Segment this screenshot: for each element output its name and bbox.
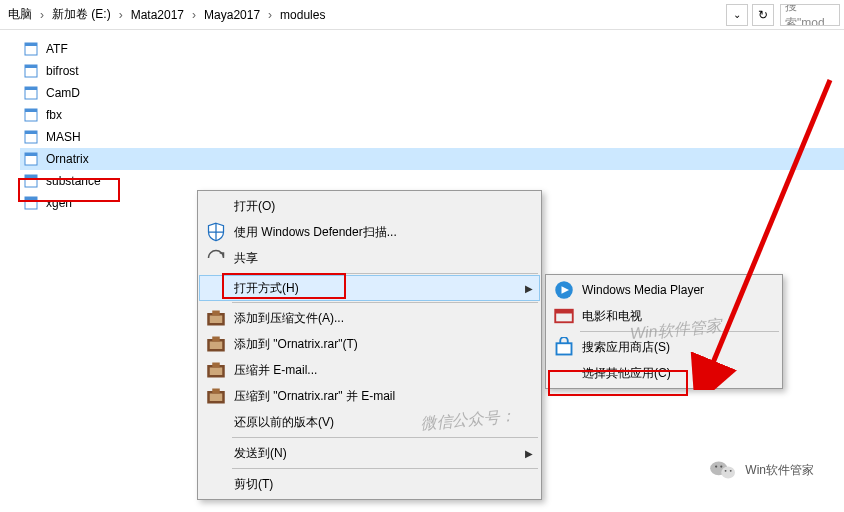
file-name: bifrost — [46, 64, 79, 78]
wechat-icon — [709, 458, 737, 482]
menu-label: Windows Media Player — [582, 283, 704, 297]
file-item[interactable]: MASH — [20, 126, 844, 148]
file-name: substance — [46, 174, 101, 188]
submenu-movies-tv[interactable]: 电影和电视 — [548, 303, 780, 329]
file-item[interactable]: fbx — [20, 104, 844, 126]
svg-rect-7 — [25, 109, 37, 112]
svg-rect-9 — [25, 131, 37, 134]
svg-point-40 — [730, 470, 732, 472]
wechat-badge: Win软件管家 — [709, 458, 814, 482]
share-icon — [206, 248, 226, 268]
svg-rect-31 — [555, 310, 573, 314]
context-menu: 打开(O) 使用 Windows Defender扫描... 共享 打开方式(H… — [197, 190, 542, 500]
submenu-wmp[interactable]: Windows Media Player — [548, 277, 780, 303]
menu-separator — [580, 331, 779, 332]
svg-rect-21 — [212, 337, 220, 342]
menu-label: 压缩并 E-mail... — [234, 362, 317, 379]
menu-label: 还原以前的版本(V) — [234, 414, 334, 431]
menu-defender-scan[interactable]: 使用 Windows Defender扫描... — [200, 219, 539, 245]
refresh-icon: ↻ — [758, 8, 768, 22]
svg-point-39 — [725, 470, 727, 472]
winrar-icon — [206, 308, 226, 328]
menu-restore-previous[interactable]: 还原以前的版本(V) — [200, 409, 539, 435]
dropdown-button[interactable]: ⌄ — [726, 4, 748, 26]
menu-label: 压缩到 "Ornatrix.rar" 并 E-mail — [234, 388, 395, 405]
svg-rect-24 — [212, 363, 220, 368]
menu-separator — [232, 468, 538, 469]
menu-label: 打开方式(H) — [234, 280, 299, 297]
svg-rect-26 — [210, 394, 223, 402]
chevron-right-icon: ▶ — [525, 283, 533, 294]
file-name: MASH — [46, 130, 81, 144]
file-name: fbx — [46, 108, 62, 122]
menu-share[interactable]: 共享 — [200, 245, 539, 271]
menu-compress-rar-email[interactable]: 压缩到 "Ornatrix.rar" 并 E-mail — [200, 383, 539, 409]
winrar-icon — [206, 386, 226, 406]
menu-label: 搜索应用商店(S) — [582, 339, 670, 356]
breadcrumb-item[interactable]: Mata2017 — [127, 6, 188, 24]
menu-label: 添加到压缩文件(A)... — [234, 310, 344, 327]
file-icon — [24, 41, 40, 57]
breadcrumb-item[interactable]: Maya2017 — [200, 6, 264, 24]
wmp-icon — [554, 280, 574, 300]
menu-add-to-rar[interactable]: 添加到 "Ornatrix.rar"(T) — [200, 331, 539, 357]
submenu-open-with: Windows Media Player 电影和电视 搜索应用商店(S) 选择其… — [545, 274, 783, 389]
menu-open-with[interactable]: 打开方式(H) ▶ — [199, 275, 540, 301]
file-name: Ornatrix — [46, 152, 89, 166]
file-icon — [24, 107, 40, 123]
file-item[interactable]: substance — [20, 170, 844, 192]
file-name: ATF — [46, 42, 68, 56]
file-list: ATF bifrost CamD fbx MASH Ornatrix subst… — [0, 30, 844, 214]
menu-label: 打开(O) — [234, 198, 275, 215]
svg-rect-15 — [25, 197, 37, 200]
menu-label: 剪切(T) — [234, 476, 273, 493]
search-input[interactable]: 搜索"mod — [780, 4, 840, 26]
svg-rect-17 — [210, 316, 223, 324]
chevron-right-icon: › — [266, 8, 274, 22]
search-placeholder: 搜索"mod — [785, 4, 835, 26]
file-item[interactable]: CamD — [20, 82, 844, 104]
svg-rect-5 — [25, 87, 37, 90]
file-icon — [24, 151, 40, 167]
submenu-search-store[interactable]: 搜索应用商店(S) — [548, 334, 780, 360]
svg-point-37 — [715, 465, 717, 467]
chevron-right-icon: › — [190, 8, 198, 22]
svg-rect-32 — [557, 343, 572, 354]
svg-rect-13 — [25, 175, 37, 178]
refresh-button[interactable]: ↻ — [752, 4, 774, 26]
menu-add-archive[interactable]: 添加到压缩文件(A)... — [200, 305, 539, 331]
menu-compress-email[interactable]: 压缩并 E-mail... — [200, 357, 539, 383]
chevron-down-icon: ⌄ — [733, 9, 741, 20]
svg-rect-11 — [25, 153, 37, 156]
breadcrumb-bar: 电脑 › 新加卷 (E:) › Mata2017 › Maya2017 › mo… — [0, 0, 844, 30]
svg-rect-20 — [210, 342, 223, 350]
file-icon — [24, 63, 40, 79]
chevron-right-icon: ▶ — [525, 448, 533, 459]
shield-icon — [206, 222, 226, 242]
menu-cut[interactable]: 剪切(T) — [200, 471, 539, 497]
store-icon — [554, 337, 574, 357]
svg-point-38 — [720, 465, 722, 467]
file-item[interactable]: bifrost — [20, 60, 844, 82]
file-item[interactable]: ATF — [20, 38, 844, 60]
svg-rect-3 — [25, 65, 37, 68]
menu-label: 使用 Windows Defender扫描... — [234, 224, 397, 241]
breadcrumb-item[interactable]: 新加卷 (E:) — [48, 4, 115, 25]
chevron-right-icon: › — [117, 8, 125, 22]
file-icon — [24, 173, 40, 189]
menu-open[interactable]: 打开(O) — [200, 193, 539, 219]
svg-rect-1 — [25, 43, 37, 46]
svg-rect-18 — [212, 311, 220, 316]
menu-send-to[interactable]: 发送到(N) ▶ — [200, 440, 539, 466]
badge-label: Win软件管家 — [745, 462, 814, 479]
breadcrumb-item[interactable]: 电脑 — [4, 4, 36, 25]
submenu-choose-another[interactable]: 选择其他应用(C) — [548, 360, 780, 386]
svg-rect-23 — [210, 368, 223, 376]
file-item[interactable]: Ornatrix — [20, 148, 844, 170]
menu-label: 添加到 "Ornatrix.rar"(T) — [234, 336, 358, 353]
breadcrumb-item[interactable]: modules — [276, 6, 329, 24]
movies-tv-icon — [554, 306, 574, 326]
file-name: CamD — [46, 86, 80, 100]
chevron-right-icon: › — [38, 8, 46, 22]
menu-label: 共享 — [234, 250, 258, 267]
